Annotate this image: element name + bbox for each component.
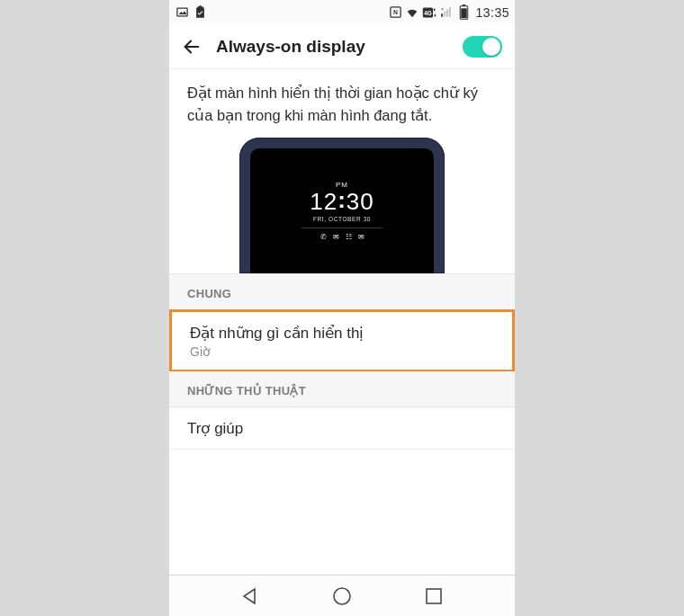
page-title: Always-on display <box>216 37 448 57</box>
row-subtitle: Giờ <box>190 344 494 359</box>
status-bar: N 4G × 13:35 <box>169 0 515 24</box>
svg-rect-8 <box>446 9 448 16</box>
row-set-what-to-show[interactable]: Đặt những gì cần hiển thị Giờ <box>169 309 515 372</box>
battery-icon <box>456 5 471 20</box>
empty-space <box>169 450 515 534</box>
back-button[interactable] <box>182 37 202 57</box>
svg-rect-7 <box>445 11 446 16</box>
missed-call-icon: ✆ <box>320 233 327 241</box>
svg-marker-1 <box>178 11 186 14</box>
svg-rect-6 <box>442 13 444 17</box>
svg-rect-13 <box>461 8 466 18</box>
nav-home-button[interactable] <box>331 585 353 607</box>
status-clock: 13:35 <box>475 5 509 20</box>
preview-time: 12:30 <box>250 190 434 213</box>
signal-icon: × <box>439 5 454 20</box>
svg-rect-0 <box>176 8 186 16</box>
svg-point-16 <box>334 588 350 604</box>
svg-text:N: N <box>393 9 398 15</box>
image-indicator-icon <box>175 5 189 20</box>
phone-frame: N 4G × 13:35 Always-on display Đặt màn h… <box>169 0 515 616</box>
calendar-icon: ☷ <box>346 233 352 241</box>
wifi-icon <box>405 5 419 20</box>
content-area: Đặt màn hình hiển thị thời gian hoặc chữ… <box>169 69 515 575</box>
preview-container: PM 12:30 FRI, OCTOBER 30 ✆ ✉ ☷ ✉ <box>169 138 515 274</box>
mail-icon: ✉ <box>333 233 339 241</box>
svg-text:×: × <box>442 7 445 12</box>
svg-marker-15 <box>244 589 255 603</box>
nav-back-button[interactable] <box>239 585 261 607</box>
navigation-bar <box>169 575 515 616</box>
svg-rect-9 <box>449 7 451 17</box>
row-title: Đặt những gì cần hiển thị <box>190 324 494 343</box>
preview-date: FRI, OCTOBER 30 <box>250 216 434 222</box>
row-title: Trợ giúp <box>187 419 497 438</box>
row-help[interactable]: Trợ giúp <box>169 407 515 450</box>
phone-preview: PM 12:30 FRI, OCTOBER 30 ✆ ✉ ☷ ✉ <box>239 138 445 273</box>
clipboard-check-icon <box>193 5 207 20</box>
data-4g-icon: 4G <box>422 5 436 20</box>
message-icon: ✉ <box>358 233 364 241</box>
section-header-tips: NHỮNG THỦ THUẬT <box>169 371 515 407</box>
section-header-general: CHUNG <box>169 274 515 310</box>
svg-text:4G: 4G <box>425 9 433 15</box>
nfc-icon: N <box>388 5 402 20</box>
nav-recent-button[interactable] <box>423 585 445 607</box>
svg-rect-17 <box>427 589 441 603</box>
description-text: Đặt màn hình hiển thị thời gian hoặc chữ… <box>169 69 515 138</box>
aod-toggle[interactable] <box>463 36 502 58</box>
app-bar: Always-on display <box>169 24 515 69</box>
preview-notification-icons: ✆ ✉ ☷ ✉ <box>250 233 434 241</box>
